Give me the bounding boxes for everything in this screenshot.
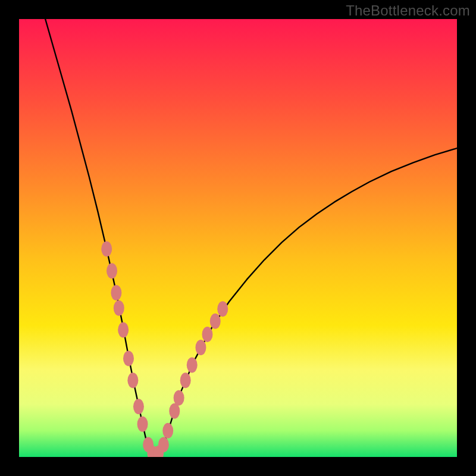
curve-markers (101, 241, 228, 457)
curve-marker (118, 322, 129, 338)
curve-marker (174, 390, 184, 406)
curve-svg (19, 19, 457, 457)
curve-marker (187, 357, 198, 372)
curve-marker (107, 263, 117, 278)
curve-marker (202, 327, 212, 342)
curve-marker (158, 437, 169, 452)
curve-marker (210, 314, 221, 329)
chart-frame: TheBottleneck.com (0, 0, 476, 476)
curve-marker (127, 372, 138, 388)
curve-marker (195, 340, 206, 355)
curve-marker (111, 285, 121, 300)
plot-area (19, 19, 457, 457)
curve-marker (123, 350, 134, 366)
curve-marker (162, 423, 173, 439)
watermark-text: TheBottleneck.com (346, 2, 470, 19)
bottleneck-curve (45, 19, 457, 455)
curve-marker (217, 301, 228, 317)
curve-marker (137, 416, 148, 432)
curve-marker (101, 241, 112, 256)
curve-marker (169, 403, 180, 419)
curve-marker (114, 300, 124, 316)
curve-marker (180, 372, 191, 388)
curve-marker (133, 399, 144, 414)
